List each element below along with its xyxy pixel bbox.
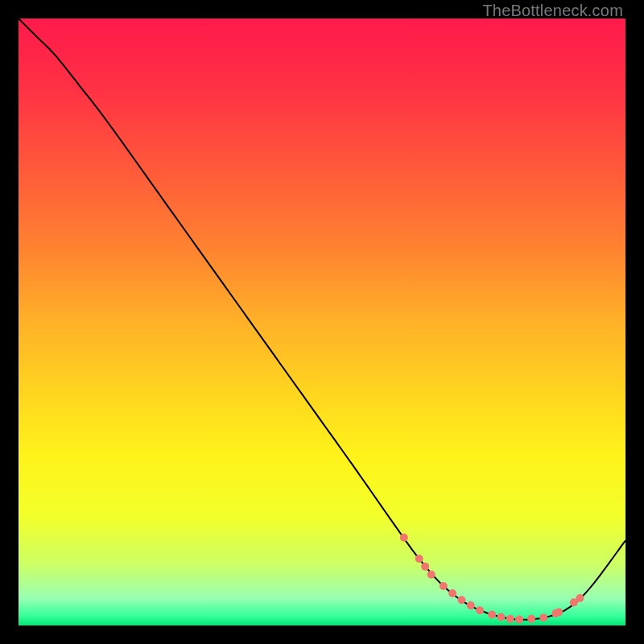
highlight-point — [427, 571, 436, 579]
highlight-point — [555, 608, 563, 616]
highlight-point — [539, 613, 547, 621]
highlight-point — [527, 615, 535, 623]
highlight-point — [497, 613, 505, 621]
highlight-point — [476, 606, 484, 614]
chart-frame — [19, 19, 625, 625]
highlight-point — [400, 534, 408, 542]
highlight-point — [421, 563, 429, 571]
highlight-point — [415, 555, 423, 563]
attribution-label: TheBottleneck.com — [482, 2, 623, 20]
highlight-point — [576, 594, 584, 602]
highlight-point — [488, 610, 496, 618]
highlight-point — [457, 596, 465, 604]
highlight-point — [467, 601, 475, 609]
highlight-point — [515, 615, 523, 623]
highlight-point — [506, 615, 514, 623]
bottleneck-chart — [19, 19, 625, 625]
highlight-point — [448, 589, 456, 597]
gradient-background — [19, 19, 625, 625]
highlight-point — [440, 582, 448, 590]
